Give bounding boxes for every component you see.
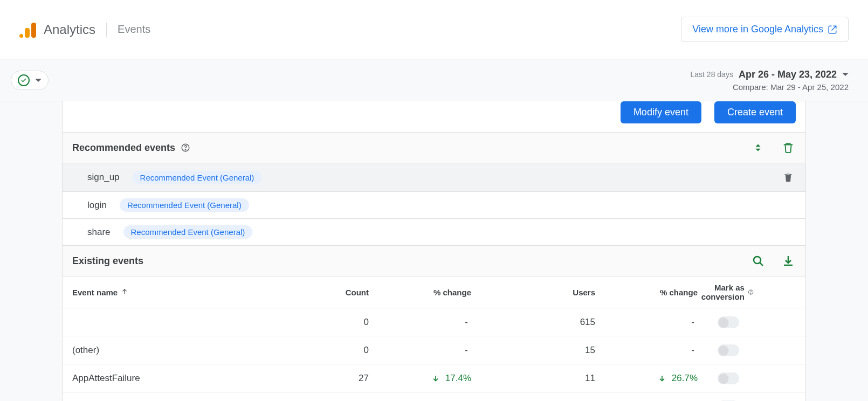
recommended-name: sign_up bbox=[87, 172, 120, 183]
table-row[interactable]: AppAttestSuccess433312.5%17582.9% bbox=[63, 392, 805, 401]
cell-users-change: 26.7% bbox=[595, 373, 698, 384]
cell-conversion bbox=[698, 316, 796, 328]
recommended-events-title: Recommended events bbox=[72, 142, 175, 154]
cell-count-change: 17.4% bbox=[369, 373, 471, 384]
page-subtitle: Events bbox=[118, 23, 150, 36]
recommended-chip: Recommended Event (General) bbox=[120, 198, 249, 212]
chevron-down-icon bbox=[35, 79, 42, 82]
col-users[interactable]: Users bbox=[471, 288, 595, 297]
recommended-name: share bbox=[87, 227, 111, 238]
expand-collapse-button[interactable] bbox=[750, 140, 766, 155]
stage: Modify event Create event Recommended ev… bbox=[0, 101, 868, 401]
recommended-row[interactable]: sign_up Recommended Event (General) bbox=[63, 163, 805, 192]
cell-conversion bbox=[698, 372, 796, 384]
analytics-logo-icon bbox=[19, 22, 36, 38]
view-more-label: View more in Google Analytics bbox=[692, 24, 823, 35]
secondary-bar: Last 28 days Apr 26 - May 23, 2022 Compa… bbox=[0, 59, 868, 101]
brand-title: Analytics bbox=[44, 22, 95, 37]
cell-users: 615 bbox=[471, 317, 595, 328]
cell-event-name: (other) bbox=[72, 345, 304, 356]
col-mark-conversion: Mark as conversion bbox=[698, 283, 802, 301]
cell-count-change: - bbox=[369, 345, 471, 356]
date-range-label: Last 28 days bbox=[691, 70, 733, 79]
chevron-down-icon bbox=[842, 73, 849, 76]
cell-count: 27 bbox=[304, 373, 369, 384]
events-card: Modify event Create event Recommended ev… bbox=[62, 101, 806, 401]
modify-event-button[interactable]: Modify event bbox=[621, 101, 701, 123]
existing-events-header: Existing events bbox=[63, 246, 805, 276]
col-event-name[interactable]: Event name bbox=[72, 288, 304, 297]
recommended-events-header: Recommended events bbox=[63, 133, 805, 163]
delete-row-button[interactable] bbox=[781, 170, 796, 185]
delete-all-button[interactable] bbox=[781, 140, 796, 155]
cell-count-change: - bbox=[369, 317, 471, 328]
date-compare: Compare: Mar 29 - Apr 25, 2022 bbox=[691, 82, 849, 92]
svg-point-5 bbox=[750, 293, 751, 294]
table-row[interactable]: 0-615- bbox=[63, 308, 805, 336]
svg-line-3 bbox=[760, 262, 763, 266]
create-event-button[interactable]: Create event bbox=[714, 101, 796, 123]
help-icon[interactable] bbox=[748, 287, 754, 297]
cell-users-change: - bbox=[595, 317, 698, 328]
table-row[interactable]: AppAttestFailure2717.4%1126.7% bbox=[63, 364, 805, 392]
download-button[interactable] bbox=[781, 253, 796, 268]
col-count[interactable]: Count bbox=[304, 288, 369, 297]
open-in-new-icon bbox=[828, 25, 837, 34]
cell-users: 11 bbox=[471, 373, 595, 384]
col-event-name-label: Event name bbox=[72, 288, 118, 297]
brand: Analytics Events bbox=[19, 22, 150, 38]
search-button[interactable] bbox=[750, 253, 766, 268]
cell-count: 0 bbox=[304, 345, 369, 356]
recommended-chip: Recommended Event (General) bbox=[123, 225, 253, 239]
recommended-row[interactable]: login Recommended Event (General) bbox=[63, 192, 805, 219]
events-table-body: 0-615-(other)0-15-AppAttestFailure2717.4… bbox=[63, 308, 805, 401]
arrow-down-icon bbox=[658, 374, 666, 383]
card-actions: Modify event Create event bbox=[63, 101, 805, 133]
col-users-change[interactable]: % change bbox=[595, 288, 698, 297]
cell-conversion bbox=[698, 344, 796, 356]
recommended-chip: Recommended Event (General) bbox=[133, 171, 262, 184]
col-mark-label: Mark as conversion bbox=[698, 283, 745, 301]
existing-events-title: Existing events bbox=[72, 255, 143, 267]
conversion-toggle[interactable] bbox=[718, 344, 739, 356]
brand-divider bbox=[106, 23, 107, 37]
col-count-change[interactable]: % change bbox=[369, 288, 471, 297]
conversion-toggle[interactable] bbox=[718, 316, 739, 328]
cell-count: 0 bbox=[304, 317, 369, 328]
topbar: Analytics Events View more in Google Ana… bbox=[0, 0, 868, 59]
svg-point-1 bbox=[185, 149, 186, 150]
cell-users-change: - bbox=[595, 345, 698, 356]
recommended-name: login bbox=[87, 200, 107, 211]
recommended-row[interactable]: share Recommended Event (General) bbox=[63, 219, 805, 246]
status-filter-pill[interactable] bbox=[11, 71, 49, 90]
arrow-down-icon bbox=[431, 374, 440, 383]
conversion-toggle[interactable] bbox=[718, 372, 739, 384]
help-icon[interactable] bbox=[181, 143, 190, 153]
date-range-value: Apr 26 - May 23, 2022 bbox=[739, 69, 837, 80]
sort-asc-icon bbox=[121, 288, 128, 297]
svg-point-2 bbox=[754, 257, 761, 264]
view-more-button[interactable]: View more in Google Analytics bbox=[681, 17, 849, 42]
date-range[interactable]: Last 28 days Apr 26 - May 23, 2022 Compa… bbox=[691, 69, 849, 92]
cell-users: 15 bbox=[471, 345, 595, 356]
events-table-head: Event name Count % change Users % change… bbox=[63, 276, 805, 308]
cell-event-name: AppAttestFailure bbox=[72, 373, 304, 384]
check-circle-icon bbox=[18, 74, 30, 86]
table-row[interactable]: (other)0-15- bbox=[63, 336, 805, 364]
